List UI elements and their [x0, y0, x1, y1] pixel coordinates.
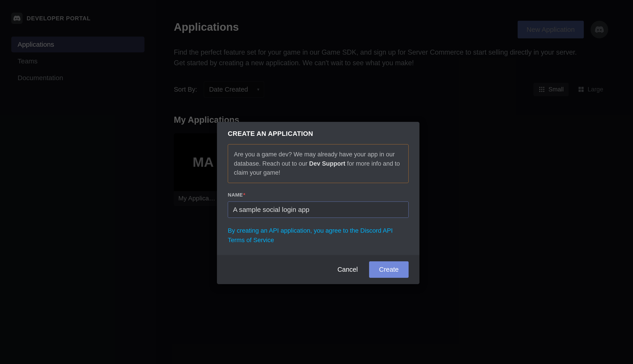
create-button[interactable]: Create: [369, 261, 409, 278]
notice-dev-support-link[interactable]: Dev Support: [309, 160, 345, 167]
tos-link[interactable]: By creating an API application, you agre…: [228, 226, 409, 245]
required-star-icon: *: [243, 192, 245, 198]
name-field-label: NAME*: [228, 192, 409, 198]
modal-footer: Cancel Create: [217, 255, 419, 284]
modal-title: CREATE AN APPLICATION: [228, 130, 409, 138]
game-dev-notice: Are you a game dev? We may already have …: [228, 144, 409, 183]
create-application-modal: CREATE AN APPLICATION Are you a game dev…: [217, 122, 419, 284]
application-name-input[interactable]: [228, 202, 409, 218]
name-label-text: NAME: [228, 192, 243, 198]
modal-body: CREATE AN APPLICATION Are you a game dev…: [217, 122, 419, 255]
cancel-button[interactable]: Cancel: [337, 266, 358, 273]
